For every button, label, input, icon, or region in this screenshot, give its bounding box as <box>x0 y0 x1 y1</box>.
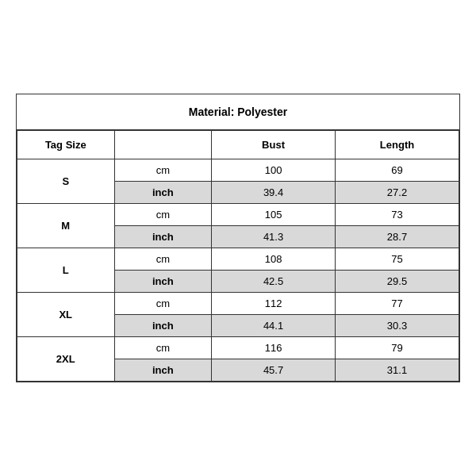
length-value: 28.7 <box>336 226 459 248</box>
tag-size-cell: 2XL <box>17 337 115 382</box>
bust-value: 105 <box>212 204 336 226</box>
unit-cell: inch <box>114 359 212 382</box>
unit-cell: inch <box>114 226 212 248</box>
length-value: 30.3 <box>336 315 459 337</box>
length-value: 77 <box>336 293 459 315</box>
unit-cell: inch <box>114 271 212 293</box>
header-length: Length <box>336 131 459 159</box>
length-value: 69 <box>336 159 459 182</box>
length-value: 75 <box>336 248 459 271</box>
bust-value: 112 <box>212 293 336 315</box>
table-row: XLcm11277 <box>17 293 459 315</box>
length-value: 31.1 <box>336 359 459 382</box>
bust-value: 108 <box>212 248 336 271</box>
table-row: Scm10069 <box>17 159 459 182</box>
tag-size-cell: XL <box>17 293 115 337</box>
size-table: Tag Size Bust Length Scm10069inch39.427.… <box>17 130 459 382</box>
size-chart: Material: Polyester Tag Size Bust Length… <box>16 94 460 382</box>
table-row: Mcm10573 <box>17 204 459 226</box>
tag-size-cell: S <box>17 159 115 204</box>
table-row: Lcm10875 <box>17 248 459 271</box>
tag-size-cell: L <box>17 248 115 293</box>
table-header: Tag Size Bust Length <box>17 131 459 159</box>
bust-value: 39.4 <box>212 182 336 204</box>
header-bust: Bust <box>212 131 336 159</box>
unit-cell: inch <box>114 315 212 337</box>
length-value: 27.2 <box>336 182 459 204</box>
bust-value: 116 <box>212 337 336 359</box>
unit-cell: cm <box>114 337 212 359</box>
tag-size-cell: M <box>17 204 115 248</box>
unit-cell: cm <box>114 248 212 271</box>
bust-value: 100 <box>212 159 336 182</box>
chart-title: Material: Polyester <box>17 94 459 130</box>
header-tag-size: Tag Size <box>17 131 115 159</box>
header-unit-empty <box>114 131 212 159</box>
bust-value: 42.5 <box>212 271 336 293</box>
bust-value: 41.3 <box>212 226 336 248</box>
bust-value: 45.7 <box>212 359 336 382</box>
unit-cell: cm <box>114 293 212 315</box>
unit-cell: cm <box>114 159 212 182</box>
table-row: 2XLcm11679 <box>17 337 459 359</box>
length-value: 79 <box>336 337 459 359</box>
length-value: 73 <box>336 204 459 226</box>
unit-cell: cm <box>114 204 212 226</box>
bust-value: 44.1 <box>212 315 336 337</box>
length-value: 29.5 <box>336 271 459 293</box>
unit-cell: inch <box>114 182 212 204</box>
